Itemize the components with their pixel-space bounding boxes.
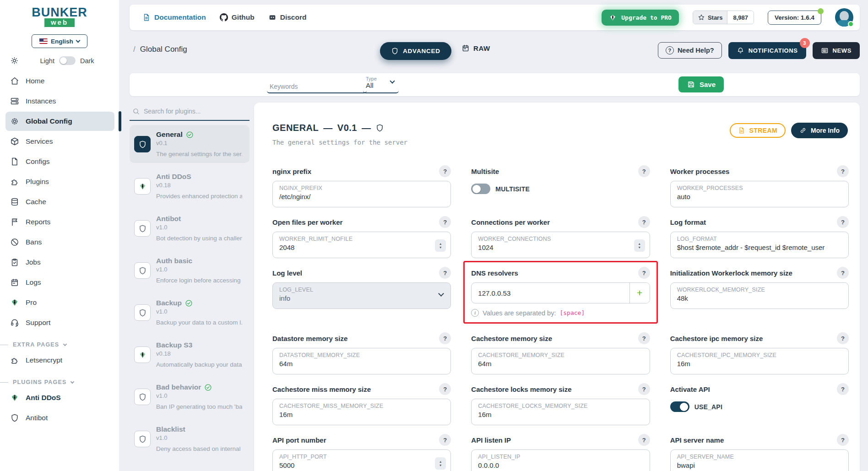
cachestore-locks-memory-size-input[interactable]: CACHESTORE_LOCKS_MEMORY_SIZE16m xyxy=(471,399,650,425)
diamond-icon xyxy=(609,14,617,22)
advanced-mode-button[interactable]: ADVANCED xyxy=(380,42,451,60)
github-stars-badge[interactable]: Stars 8,987 xyxy=(693,11,754,24)
notifications-button[interactable]: NOTIFICATIONS3 xyxy=(728,42,806,59)
breadcrumb-current: Global Config xyxy=(140,45,187,54)
theme-light-label: Light xyxy=(40,57,54,65)
sidebar-item-instances[interactable]: Instances xyxy=(5,92,114,111)
help-icon[interactable]: ? xyxy=(837,434,849,446)
sidebar-item-antibot[interactable]: Antibot xyxy=(5,408,114,428)
plugin-search-input[interactable] xyxy=(144,108,240,115)
help-icon[interactable]: ? xyxy=(439,165,451,177)
need-help-button[interactable]: ?Need Help? xyxy=(658,42,722,59)
plugin-item-auth-basic[interactable]: Auth basic v1.0 Enforce login before acc… xyxy=(130,251,250,289)
documentation-link[interactable]: Documentation xyxy=(142,13,206,22)
language-select[interactable]: English xyxy=(32,34,87,48)
api-http-port-input[interactable]: API_HTTP_PORT5000 ▲▼ xyxy=(272,449,451,471)
save-button[interactable]: Save xyxy=(678,76,724,92)
workerlock-memory-size-input[interactable]: WORKERLOCK_MEMORY_SIZE48k xyxy=(670,282,849,309)
upgrade-to-pro-button[interactable]: Upgrade to PRO xyxy=(602,10,679,26)
field-worker-processes: Worker processes? WORKER_PROCESSESauto xyxy=(670,165,849,207)
api-server-name-input[interactable]: API_SERVER_NAMEbwapi xyxy=(670,449,849,471)
help-icon[interactable]: ? xyxy=(837,216,849,228)
help-icon[interactable]: ? xyxy=(638,332,650,344)
worker-connections-input[interactable]: WORKER_CONNECTIONS1024 ▲▼ xyxy=(471,232,650,258)
sidebar-item-support[interactable]: Support xyxy=(5,313,114,332)
help-icon[interactable]: ? xyxy=(439,267,451,279)
github-link[interactable]: Github xyxy=(220,13,255,22)
sidebar-item-letsencrypt[interactable]: Letsencrypt xyxy=(5,351,114,370)
add-value-button[interactable]: + xyxy=(629,283,650,303)
plugin-item-bad-behavior[interactable]: Bad behavior v1.0 Ban IP generating too … xyxy=(130,378,250,416)
sidebar-item-reports[interactable]: Reports xyxy=(5,212,114,232)
plugin-search[interactable] xyxy=(130,103,250,121)
help-icon[interactable]: ? xyxy=(837,165,849,177)
multisite-toggle[interactable] xyxy=(471,184,490,194)
help-icon[interactable]: ? xyxy=(837,332,849,344)
raw-mode-button[interactable]: RAW xyxy=(461,44,490,52)
plugin-item-general[interactable]: General v0.1 The general settings for th… xyxy=(130,125,250,163)
sidebar-item-cache[interactable]: Cache xyxy=(5,192,114,211)
plugin-item-antibot[interactable]: Antibot v1.0 Bot detection by using a ch… xyxy=(130,209,250,247)
number-stepper[interactable]: ▲▼ xyxy=(634,239,645,252)
help-icon[interactable]: ? xyxy=(638,383,650,395)
sidebar-item-label: Logs xyxy=(26,278,41,287)
discord-link[interactable]: Discord xyxy=(268,13,307,22)
discord-icon xyxy=(268,13,277,22)
section-plugins-pages[interactable]: PLUGINS PAGES xyxy=(0,379,111,385)
check-circle-icon xyxy=(186,131,194,139)
dns-resolvers-input[interactable]: 127.0.0.53 xyxy=(472,283,629,303)
plugin-item-backup[interactable]: Backup v1.0 Backup your data to a custom… xyxy=(130,293,250,331)
sidebar-item-services[interactable]: Services xyxy=(5,132,114,151)
log-level-select[interactable]: LOG_LEVELinfo xyxy=(272,282,451,309)
sidebar-item-pro[interactable]: Pro xyxy=(5,293,114,312)
cachestore-miss-memory-size-input[interactable]: CACHESTORE_MISS_MEMORY_SIZE16m xyxy=(272,399,451,425)
cachestore-memory-size-input[interactable]: CACHESTORE_MEMORY_SIZE64m xyxy=(471,348,650,374)
filter-bar: Type All Save xyxy=(130,73,860,96)
cachestore-ipc-memory-size-input[interactable]: CACHESTORE_IPC_MEMORY_SIZE16m xyxy=(670,348,849,374)
stream-badge-button[interactable]: STREAM xyxy=(730,123,786,138)
help-icon[interactable]: ? xyxy=(837,267,849,279)
sun-icon xyxy=(10,56,19,65)
plugin-item-blacklist[interactable]: Blacklist v1.0 Deny access based on inte… xyxy=(130,420,250,458)
section-extra-pages[interactable]: EXTRA PAGES xyxy=(0,341,111,348)
help-icon[interactable]: ? xyxy=(439,332,451,344)
datastore-memory-size-input[interactable]: DATASTORE_MEMORY_SIZE64m xyxy=(272,348,451,374)
shield-icon xyxy=(134,220,151,237)
worker-processes-input[interactable]: WORKER_PROCESSESauto xyxy=(670,181,849,207)
help-icon[interactable]: ? xyxy=(837,383,849,395)
sidebar-item-plugins[interactable]: Plugins xyxy=(5,172,114,191)
nginx-prefix-input[interactable]: NGINX_PREFIX/etc/nginx/ xyxy=(272,181,451,207)
plugin-item-anti-ddos[interactable]: Anti DDoS v0.18 Provides enhanced protec… xyxy=(130,167,250,205)
help-icon[interactable]: ? xyxy=(439,216,451,228)
sidebar-item-anti-ddos[interactable]: Anti DDoS xyxy=(5,388,114,407)
help-icon[interactable]: ? xyxy=(439,383,451,395)
use-api-toggle[interactable] xyxy=(670,401,689,412)
worker-rlimit-nofile-input[interactable]: WORKER_RLIMIT_NOFILE2048 ▲▼ xyxy=(272,232,451,258)
news-button[interactable]: NEWS xyxy=(813,42,860,59)
plugin-item-backup-s3[interactable]: Backup S3 v0.18 Automatically backup you… xyxy=(130,336,250,374)
sidebar-item-bans[interactable]: Bans xyxy=(5,233,114,252)
help-icon[interactable]: ? xyxy=(439,434,451,446)
help-icon[interactable]: ? xyxy=(638,434,650,446)
user-avatar[interactable] xyxy=(835,8,853,27)
sidebar-item-configs[interactable]: Configs xyxy=(5,152,114,171)
type-select[interactable]: Type All xyxy=(363,75,399,93)
number-stepper[interactable]: ▲▼ xyxy=(435,239,446,252)
sidebar-item-jobs[interactable]: Jobs xyxy=(5,253,114,272)
number-stepper[interactable]: ▲▼ xyxy=(435,457,446,470)
theme-toggle[interactable] xyxy=(59,56,76,65)
floppy-icon xyxy=(687,80,695,89)
sidebar-item-logs[interactable]: Logs xyxy=(5,273,114,292)
help-icon[interactable]: ? xyxy=(638,267,650,279)
api-listen-ip-input[interactable]: API_LISTEN_IP0.0.0.0 xyxy=(471,449,650,471)
sidebar-item-home[interactable]: Home xyxy=(5,71,114,91)
sidebar-item-label: Plugins xyxy=(26,178,49,186)
bunkerweb-logo[interactable]: BUNKER web xyxy=(0,6,119,27)
sidebar-item-global-config[interactable]: Global Config xyxy=(5,112,114,131)
field-api-listen-ip: API listen IP? API_LISTEN_IP0.0.0.0 xyxy=(471,434,650,471)
keywords-input[interactable] xyxy=(267,77,367,93)
more-info-button[interactable]: More Info xyxy=(791,123,848,138)
help-icon[interactable]: ? xyxy=(638,165,650,177)
help-icon[interactable]: ? xyxy=(638,216,650,228)
log-format-input[interactable]: LOG_FORMAT$host $remote_addr - $request_… xyxy=(670,232,849,258)
